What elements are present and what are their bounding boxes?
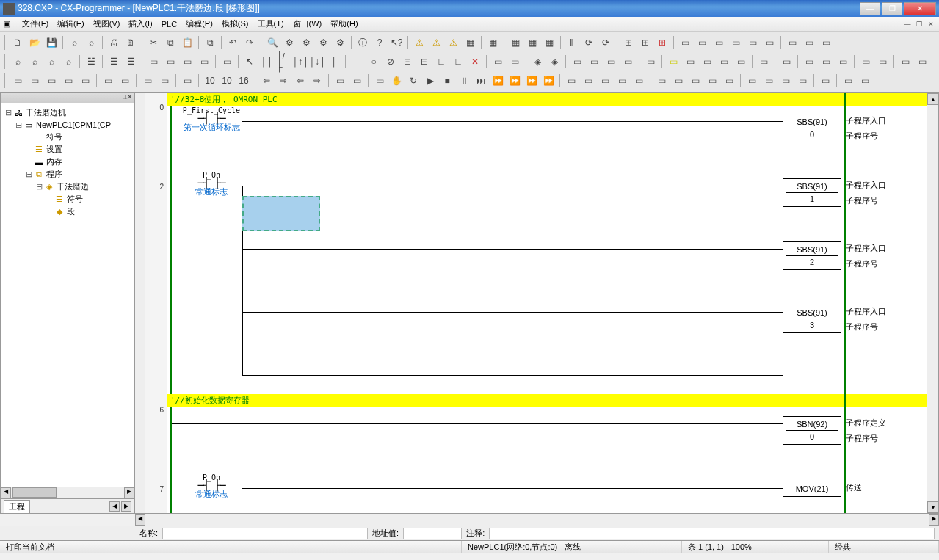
tool-btn[interactable]: ⇦: [292, 73, 308, 89]
tool-btn[interactable]: ⊞: [620, 34, 637, 51]
tool-btn[interactable]: ▭: [139, 73, 156, 89]
tool-btn[interactable]: ▭: [100, 73, 116, 89]
contact-nc-button[interactable]: ┤/├: [275, 54, 291, 70]
tree-symbols[interactable]: ☰符号: [4, 131, 131, 143]
tool-btn[interactable]: ▭: [704, 73, 720, 89]
comment-field[interactable]: [489, 528, 935, 539]
tool-btn[interactable]: ✋: [388, 73, 405, 89]
tool-btn[interactable]: ▭: [699, 54, 715, 70]
tool-btn[interactable]: ▦: [507, 34, 523, 51]
tool-btn[interactable]: ⏩: [507, 73, 523, 89]
zoom-in-button[interactable]: ⌕: [26, 54, 43, 70]
contact-no-button[interactable]: ┤├: [258, 54, 275, 70]
tool-btn[interactable]: ⌕: [83, 34, 99, 51]
info-button[interactable]: ⓘ: [355, 34, 371, 51]
tool-btn[interactable]: ▭: [840, 73, 856, 89]
zoom-tool-button[interactable]: ⌕: [10, 54, 26, 70]
output-box[interactable]: SBS(91) 0: [783, 114, 841, 142]
tool-btn[interactable]: Ⅱ: [564, 34, 580, 51]
tool-btn[interactable]: ▭: [711, 34, 727, 51]
tool-btn[interactable]: ▭: [733, 54, 749, 70]
menu-insert[interactable]: 插入(I): [124, 17, 156, 31]
tool-btn[interactable]: ▭: [801, 54, 817, 70]
tool-btn[interactable]: ⏩: [540, 73, 556, 89]
mdi-restore-button[interactable]: ❐: [914, 19, 924, 29]
tool-btn[interactable]: ▭: [569, 54, 585, 70]
tool-btn[interactable]: ⇨: [309, 73, 325, 89]
contact-no-icon[interactable]: ─┤ ├─: [175, 481, 248, 489]
tool-btn[interactable]: ▭: [631, 73, 647, 89]
tool-btn[interactable]: ▭: [620, 54, 636, 70]
menu-help[interactable]: 帮助(H): [326, 17, 362, 31]
tool-btn[interactable]: ⚠: [411, 34, 427, 51]
project-pane-close-icon[interactable]: ✕: [127, 93, 133, 103]
paste-button[interactable]: [179, 34, 195, 51]
tool-btn[interactable]: ▭: [653, 73, 670, 89]
tab-scroll-left[interactable]: ◀: [109, 501, 120, 512]
copy-button[interactable]: [162, 34, 178, 51]
tool-btn[interactable]: ▭: [332, 73, 348, 89]
delete-button[interactable]: ✕: [467, 54, 483, 70]
output-box[interactable]: SBN(92)0: [783, 416, 841, 445]
tool-btn[interactable]: ▭: [43, 73, 59, 89]
coil-neg-button[interactable]: ⊘: [383, 54, 399, 70]
menu-file[interactable]: 文件(F): [18, 17, 53, 31]
tool-btn[interactable]: ⌕: [66, 34, 82, 51]
tool-btn[interactable]: ⇦: [258, 73, 275, 89]
tool-btn[interactable]: 16: [236, 73, 252, 89]
menu-edit[interactable]: 编辑(E): [53, 17, 89, 31]
cut-button[interactable]: [145, 34, 162, 51]
tool-btn[interactable]: ▭: [818, 54, 834, 70]
redo-button[interactable]: [242, 34, 258, 51]
tool-btn[interactable]: ⚙: [281, 34, 297, 51]
tool-btn[interactable]: ▭: [179, 54, 195, 70]
tool-btn[interactable]: 10: [219, 73, 235, 89]
new-button[interactable]: [10, 34, 26, 51]
tool-btn[interactable]: ▭: [777, 73, 794, 89]
contact-p-button[interactable]: ┤↑├: [292, 54, 308, 70]
tool-btn[interactable]: ⚠: [428, 34, 444, 51]
step-button[interactable]: ⏭: [473, 73, 489, 89]
tree-program1[interactable]: ⊟◈干法磨边: [4, 181, 131, 193]
tool-btn[interactable]: ▭: [728, 34, 744, 51]
tool-btn[interactable]: ▭: [778, 54, 794, 70]
tool-btn[interactable]: ▭: [818, 34, 834, 51]
horiz-line-button[interactable]: —: [349, 54, 365, 70]
vert-line-button[interactable]: │: [326, 54, 342, 70]
tree-memory[interactable]: ▬内存: [4, 156, 131, 168]
print-preview-button[interactable]: 🗎: [123, 34, 139, 51]
tool-btn[interactable]: ▭: [687, 73, 703, 89]
ladder-hscroll[interactable]: ◀ ▶: [135, 514, 939, 526]
close-button[interactable]: ✕: [904, 2, 936, 15]
tool-btn[interactable]: ⧉: [202, 34, 218, 51]
tool-btn[interactable]: ▭: [586, 54, 602, 70]
tool-btn[interactable]: ⚙: [332, 34, 348, 51]
run-button[interactable]: [422, 73, 438, 89]
tool-btn[interactable]: ▭: [117, 73, 133, 89]
stop-button[interactable]: [439, 73, 455, 89]
context-help-button[interactable]: ↖?: [388, 34, 405, 51]
tree-plc[interactable]: ⊟▭NewPLC1[CPM1(CP: [4, 119, 131, 131]
tool-btn[interactable]: ⊟: [416, 54, 432, 70]
tool-btn[interactable]: ▭: [219, 54, 235, 70]
tool-btn[interactable]: ☱: [83, 54, 99, 70]
tool-btn[interactable]: ⊞: [637, 34, 653, 51]
tool-btn[interactable]: ▭: [784, 34, 800, 51]
menu-window[interactable]: 窗口(W): [289, 17, 327, 31]
tool-btn[interactable]: ▦: [524, 34, 540, 51]
tool-btn[interactable]: ⚠: [445, 34, 461, 51]
tool-btn[interactable]: ▭: [835, 54, 851, 70]
zoom-out-button[interactable]: ⌕: [43, 54, 59, 70]
menu-tools[interactable]: 工具(T): [253, 17, 289, 31]
menu-simulate[interactable]: 模拟(S): [217, 17, 253, 31]
mdi-minimize-button[interactable]: —: [902, 19, 913, 29]
tool-btn[interactable]: ▭: [156, 73, 173, 89]
tool-btn[interactable]: ▭: [677, 34, 693, 51]
print-button[interactable]: [106, 34, 122, 51]
tool-btn[interactable]: ▭: [597, 73, 613, 89]
tool-btn[interactable]: ⇨: [275, 73, 291, 89]
tree-programs[interactable]: ⊟⧉程序: [4, 168, 131, 181]
tool-btn[interactable]: ▭: [349, 73, 365, 89]
tool-btn[interactable]: ⏩: [523, 73, 540, 89]
undo-button[interactable]: [225, 34, 241, 51]
